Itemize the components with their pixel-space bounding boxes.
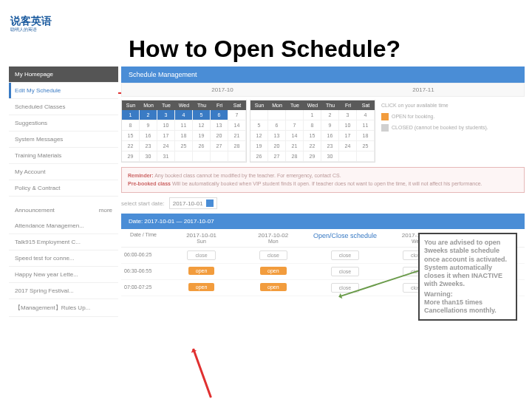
- cal-day[interactable]: 9: [321, 120, 339, 131]
- cal-day[interactable]: 12: [193, 120, 211, 131]
- month-2[interactable]: 2017-11: [323, 83, 524, 96]
- cal-day[interactable]: 14: [228, 120, 246, 131]
- cal-day[interactable]: 18: [357, 131, 375, 141]
- announcement-item[interactable]: 【Management】Rules Up...: [9, 299, 118, 317]
- cal-day[interactable]: 7: [228, 110, 246, 120]
- cal-day[interactable]: 2: [321, 110, 339, 120]
- sidebar: My HomepageEdit My ScheduleScheduled Cla…: [9, 66, 118, 317]
- cal-day[interactable]: 1: [304, 110, 321, 120]
- cal-day[interactable]: 7: [286, 120, 304, 131]
- cal-day[interactable]: 29: [122, 151, 140, 162]
- cal-day[interactable]: 1: [122, 110, 140, 120]
- cal-day[interactable]: 18: [175, 131, 193, 141]
- cal-day[interactable]: 6: [268, 120, 286, 131]
- cal-day[interactable]: 16: [321, 131, 339, 141]
- cal-day[interactable]: 23: [140, 141, 157, 151]
- cal-day[interactable]: 23: [321, 141, 339, 151]
- cal-day[interactable]: 16: [140, 131, 157, 141]
- sidebar-item[interactable]: Scheduled Classes: [9, 99, 118, 115]
- notice-box: Reminder: Any booked class cannot be mod…: [121, 167, 525, 193]
- announcement-item[interactable]: Attendance Managemen...: [9, 218, 118, 234]
- cal-day[interactable]: 20: [268, 141, 286, 151]
- cal-day-header: Sun: [250, 100, 268, 110]
- close-button[interactable]: close: [187, 250, 215, 260]
- cal-day[interactable]: 11: [357, 120, 375, 131]
- sidebar-item[interactable]: My Homepage: [9, 66, 118, 83]
- announcement-item[interactable]: Happy New year Lette...: [9, 267, 118, 283]
- cal-day[interactable]: 31: [157, 151, 175, 162]
- cal-day[interactable]: 28: [286, 151, 304, 162]
- cal-day[interactable]: 5: [250, 120, 268, 131]
- cal-day[interactable]: 8: [122, 120, 140, 131]
- cal-day[interactable]: 8: [304, 120, 321, 131]
- open-button[interactable]: open: [188, 267, 215, 275]
- sidebar-item[interactable]: Suggestions: [9, 115, 118, 132]
- cal-day[interactable]: 24: [157, 141, 175, 151]
- cal-day[interactable]: 3: [339, 110, 357, 120]
- cal-day[interactable]: 19: [250, 141, 268, 151]
- cal-day[interactable]: 22: [122, 141, 140, 151]
- cal-day[interactable]: 3: [157, 110, 175, 120]
- cal-day[interactable]: 4: [175, 110, 193, 120]
- cal-day[interactable]: 27: [211, 141, 228, 151]
- cal-day[interactable]: 21: [286, 141, 304, 151]
- calendar-left: SunMonTueWedThuFriSat1234567891011121314…: [121, 100, 247, 163]
- announcement-item[interactable]: Talk915 Employment C...: [9, 234, 118, 250]
- cal-day[interactable]: 15: [122, 131, 140, 141]
- start-date-input[interactable]: 2017-10-01: [169, 197, 217, 209]
- cal-day[interactable]: 26: [193, 141, 211, 151]
- cal-day[interactable]: 11: [175, 120, 193, 131]
- cal-day[interactable]: 14: [286, 131, 304, 141]
- close-button[interactable]: close: [331, 267, 359, 276]
- cal-day[interactable]: 28: [228, 141, 246, 151]
- sidebar-item[interactable]: Edit My Schedule: [9, 83, 118, 99]
- cal-day[interactable]: 29: [304, 151, 321, 162]
- calendar-icon[interactable]: [206, 200, 214, 207]
- sidebar-item[interactable]: System Messages: [9, 132, 118, 148]
- cal-day[interactable]: 2: [140, 110, 157, 120]
- announcement-item[interactable]: Speed test for conne...: [9, 250, 118, 267]
- cal-day[interactable]: 21: [228, 131, 246, 141]
- page-title: How to Open Schedule?: [129, 35, 400, 63]
- open-button[interactable]: open: [188, 283, 215, 291]
- cal-day[interactable]: 25: [175, 141, 193, 151]
- open-button[interactable]: open: [260, 283, 287, 291]
- info-warning-label: Warning:: [424, 290, 511, 299]
- cal-day: [339, 151, 357, 162]
- cal-day[interactable]: 10: [157, 120, 175, 131]
- sidebar-item[interactable]: My Account: [9, 164, 118, 180]
- cal-day[interactable]: 17: [157, 131, 175, 141]
- schedule-cell: open: [237, 280, 309, 296]
- cal-day[interactable]: 26: [250, 151, 268, 162]
- cal-day[interactable]: 13: [268, 131, 286, 141]
- sidebar-item[interactable]: Policy & Contract: [9, 180, 118, 197]
- cal-day[interactable]: 17: [339, 131, 357, 141]
- announcement-item[interactable]: 2017 Spring Festival...: [9, 283, 118, 299]
- cal-day[interactable]: 10: [339, 120, 357, 131]
- cal-day[interactable]: 4: [357, 110, 375, 120]
- cal-day[interactable]: 25: [357, 141, 375, 151]
- cal-day[interactable]: 27: [268, 151, 286, 162]
- cal-day[interactable]: 20: [211, 131, 228, 141]
- close-button[interactable]: close: [259, 250, 287, 260]
- cal-day: [250, 110, 268, 120]
- cal-day[interactable]: 22: [304, 141, 321, 151]
- cal-day[interactable]: 6: [211, 110, 228, 120]
- cal-day[interactable]: 30: [321, 151, 339, 162]
- close-button[interactable]: close: [331, 250, 359, 260]
- announcement-header: Announcement more: [9, 202, 118, 218]
- cal-day[interactable]: 13: [211, 120, 228, 131]
- open-button[interactable]: open: [260, 267, 287, 275]
- cal-day[interactable]: 12: [250, 131, 268, 141]
- cal-day[interactable]: 15: [304, 131, 321, 141]
- content-header: Schedule Management: [121, 66, 525, 83]
- sidebar-item[interactable]: Training Materials: [9, 148, 118, 164]
- cal-day[interactable]: 24: [339, 141, 357, 151]
- cal-day[interactable]: 30: [140, 151, 157, 162]
- cal-day[interactable]: 19: [193, 131, 211, 141]
- cal-day[interactable]: 9: [140, 120, 157, 131]
- info-callout: You are advised to open 3weeks stable sc…: [418, 233, 517, 321]
- announcement-more[interactable]: more: [99, 207, 112, 214]
- cal-day[interactable]: 5: [193, 110, 211, 120]
- month-1[interactable]: 2017-10: [122, 83, 323, 96]
